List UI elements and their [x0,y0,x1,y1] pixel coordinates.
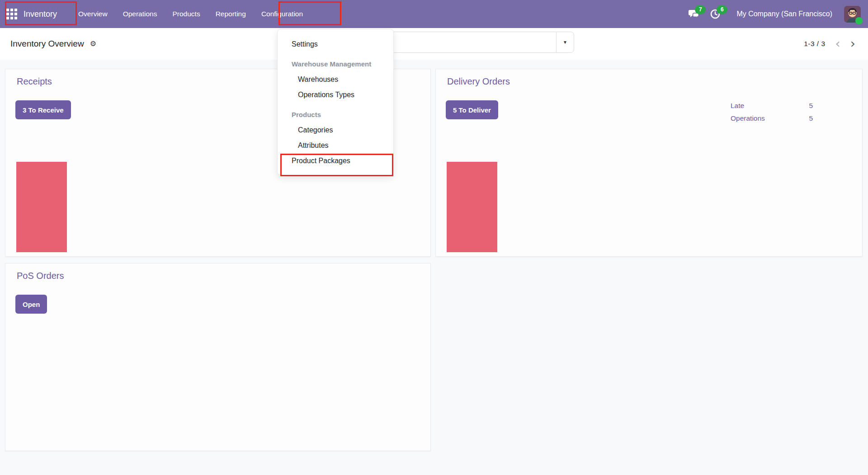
delivery-stats: Late 5 Operations 5 [731,99,813,125]
gear-icon[interactable]: ⚙ [90,40,96,47]
caret-down-icon: ▼ [563,40,567,45]
pos-open-button[interactable]: Open [15,295,47,314]
receipts-card-title: Receipts [17,76,52,87]
operations-stat-row[interactable]: Operations 5 [731,112,813,125]
menu-item-operations-types[interactable]: Operations Types [278,87,393,103]
apps-menu-button[interactable] [0,0,24,28]
pos-orders-card: PoS Orders Open [5,263,431,451]
operations-value: 5 [809,112,813,125]
configuration-dropdown: Settings Warehouse Management Warehouses… [277,29,394,175]
late-label: Late [731,99,744,112]
menu-operations[interactable]: Operations [115,0,165,28]
menu-products[interactable]: Products [165,0,208,28]
menu-item-warehouses[interactable]: Warehouses [278,72,393,87]
activities-button[interactable]: 6 [709,7,722,21]
delivery-chart-bar [447,162,497,252]
menu-item-product-packages[interactable]: Product Packages [278,153,393,169]
late-stat-row[interactable]: Late 5 [731,99,813,112]
online-status-dot [855,17,863,24]
delivery-card-title: Delivery Orders [447,76,510,87]
pager-previous-button[interactable]: ‹ [835,38,840,50]
menu-overview[interactable]: Overview [71,0,115,28]
company-switcher[interactable]: My Company (San Francisco) [736,10,832,18]
dashboard-content: Receipts 3 To Receive Delivery Orders 5 … [0,60,868,475]
pager-next-button[interactable]: › [850,38,855,50]
control-panel: Inventory Overview ⚙ ▼ 1-3 / 3 ‹ › [0,28,868,60]
operations-label: Operations [731,112,765,125]
late-value: 5 [809,99,813,112]
main-menu: Overview Operations Products Reporting C… [71,0,311,28]
app-name[interactable]: Inventory [24,9,64,19]
chevron-left-icon: ‹ [835,36,840,51]
top-navbar: Inventory Overview Operations Products R… [0,0,868,28]
messages-button[interactable]: 7 [688,7,700,21]
menu-item-settings[interactable]: Settings [278,37,393,52]
page-title: Inventory Overview [10,39,84,49]
delivery-orders-card: Delivery Orders 5 To Deliver Late 5 Oper… [435,69,863,257]
breadcrumb: Inventory Overview ⚙ [10,28,96,60]
menu-item-attributes[interactable]: Attributes [278,138,393,153]
menu-reporting[interactable]: Reporting [208,0,254,28]
pager: 1-3 / 3 ‹ › [804,28,855,60]
menu-item-categories[interactable]: Categories [278,122,393,138]
apps-grid-icon [6,9,17,19]
search-dropdown-toggle[interactable]: ▼ [556,32,574,52]
messages-badge: 7 [695,5,706,14]
activities-badge: 6 [717,5,727,14]
pager-value: 1-3 / 3 [804,40,825,48]
chevron-right-icon: › [850,36,855,51]
pos-card-title: PoS Orders [17,271,64,281]
menu-header-warehouse-management: Warehouse Management [278,56,393,72]
user-avatar[interactable] [844,6,861,23]
menu-header-products: Products [278,107,393,122]
to-receive-button[interactable]: 3 To Receive [15,100,71,119]
systray: 7 6 My Company (San Francisco) [688,6,868,23]
menu-configuration[interactable]: Configuration [254,0,311,28]
inventory-overview-page: Inventory Overview Operations Products R… [0,0,868,475]
to-deliver-button[interactable]: 5 To Deliver [446,100,498,119]
receipts-chart-bar [16,162,67,252]
